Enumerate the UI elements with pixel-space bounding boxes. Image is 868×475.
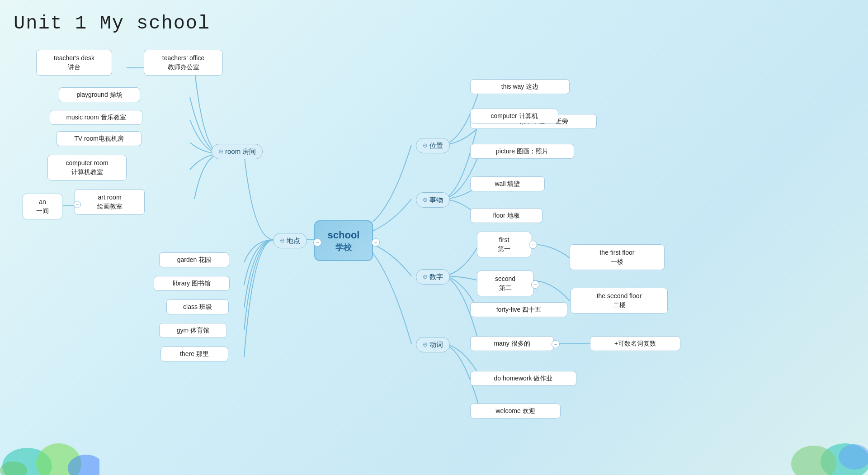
dongci-label: 动词 — [429, 340, 443, 349]
shiwu-label: 事物 — [429, 195, 443, 204]
node-weizhi: ⊖ 位置 — [416, 138, 450, 153]
minus-shiwu[interactable]: ⊖ — [423, 196, 428, 204]
node-wall: wall 墙壁 — [470, 176, 545, 191]
center-minus[interactable]: − — [372, 238, 380, 247]
node-art-room: art room绘画教室 — [75, 189, 145, 215]
node-shuzi: ⊖ 数字 — [416, 269, 450, 285]
many-minus[interactable]: − — [552, 340, 560, 348]
node-garden: garden 花园 — [159, 252, 229, 267]
minus-weizhi[interactable]: ⊖ — [423, 142, 428, 150]
art-room-minus[interactable]: − — [74, 201, 81, 208]
minus-room[interactable]: ⊖ — [218, 147, 223, 156]
minus-dongci[interactable]: ⊖ — [423, 341, 428, 349]
node-many: many 很多的 — [470, 336, 554, 351]
didian-label: 地点 — [287, 236, 300, 245]
node-shiwu: ⊖ 事物 — [416, 192, 450, 208]
weizhi-label: 位置 — [429, 141, 443, 150]
node-an: an一间 — [23, 194, 62, 219]
node-didian: ⊖ 地点 — [273, 233, 307, 248]
node-welcome: welcome 欢迎 — [470, 404, 561, 418]
node-picture: picture 图画；照片 — [470, 144, 574, 159]
center-minus-left[interactable]: − — [313, 238, 321, 247]
node-do-homework: do homework 做作业 — [470, 371, 576, 386]
node-second-floor: the second floor二楼 — [571, 288, 668, 314]
center-label-en: school — [328, 228, 360, 242]
node-forty-five: forty-five 四十五 — [470, 302, 567, 317]
page-title: Unit 1 My school — [14, 13, 210, 34]
minus-didian[interactable]: ⊖ — [280, 237, 285, 245]
node-computer-room: computer room计算机教室 — [47, 155, 127, 180]
node-gym: gym 体育馆 — [159, 323, 227, 338]
deco-left — [0, 394, 99, 475]
first-minus[interactable]: − — [529, 241, 537, 249]
node-first-floor: the first floor一楼 — [570, 244, 665, 270]
node-there: there 那里 — [160, 347, 228, 361]
node-playground: playground 操场 — [59, 87, 140, 102]
minus-shuzi[interactable]: ⊖ — [423, 273, 428, 281]
node-class: class 班级 — [166, 299, 229, 314]
center-label-cn: 学校 — [328, 242, 360, 253]
node-countable: +可数名词复数 — [590, 336, 680, 351]
node-teachers-desk: teacher's desk讲台 — [36, 50, 112, 76]
center-node: school 学校 — [314, 220, 373, 261]
node-dongci: ⊖ 动词 — [416, 337, 450, 352]
deco-right — [778, 385, 868, 475]
node-second: second第二 — [477, 271, 533, 296]
node-room: ⊖ room 房间 — [212, 144, 263, 159]
node-computer: computer 计算机 — [470, 109, 558, 124]
node-first: first第一 — [477, 232, 531, 257]
room-label: room 房间 — [225, 147, 256, 156]
second-minus[interactable]: − — [531, 280, 539, 289]
shuzi-label: 数字 — [429, 272, 443, 281]
node-this-way: this way 这边 — [470, 79, 570, 94]
node-floor: floor 地板 — [470, 208, 542, 223]
node-tv-room: TV room电视机房 — [57, 131, 142, 146]
node-teachers-office: teachers' office教师办公室 — [144, 50, 223, 76]
node-music-room: music room 音乐教室 — [50, 110, 142, 125]
node-library: library 图书馆 — [154, 276, 230, 291]
